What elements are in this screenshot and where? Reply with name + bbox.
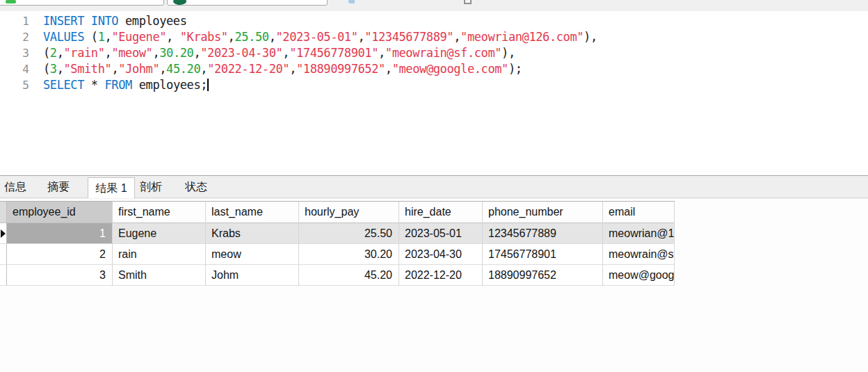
line-number: 2: [0, 29, 29, 45]
token-id: ,: [200, 62, 207, 76]
cell-email[interactable]: meowrain@sf.com: [603, 244, 675, 265]
token-num: 2: [50, 46, 57, 60]
green-db-icon: [6, 0, 16, 3]
column-header-email[interactable]: email: [603, 202, 675, 223]
table-row: 3SmithJohm45.202022-12-2018890997652meow…: [0, 265, 675, 286]
table-row: 2rainmeow30.202023-04-3017456778901meowr…: [0, 244, 675, 265]
tab-result-1[interactable]: 结果 1: [88, 177, 135, 198]
cell-hire_date[interactable]: 2022-12-20: [399, 265, 483, 286]
token-str: "12345677889": [364, 30, 453, 44]
row-marker-header[interactable]: [0, 202, 7, 223]
column-header-phone_number[interactable]: phone_number: [483, 202, 603, 223]
code-line[interactable]: 2VALUES (1,"Eugene", "Krabs",25.50,"2023…: [0, 29, 868, 45]
token-num: 45.20: [166, 62, 200, 76]
token-id: (: [43, 62, 50, 76]
cell-phone_number[interactable]: 12345677889: [483, 223, 603, 244]
cell-hourly_pay[interactable]: 25.50: [299, 223, 399, 244]
sql-code-editor[interactable]: 1INSERT INTO employees2VALUES (1,"Eugene…: [0, 11, 868, 175]
token-num: 1: [98, 30, 105, 44]
tab-summary[interactable]: 摘要: [47, 176, 70, 198]
token-id: ,: [111, 62, 118, 76]
cell-employee_id[interactable]: 3: [7, 265, 113, 286]
token-id: ,: [453, 30, 460, 44]
token-id: ),: [501, 46, 515, 60]
results-pane: employee_idfirst_namelast_namehourly_pay…: [0, 199, 868, 372]
token-str: "rain": [64, 46, 105, 60]
token-str: "2022-12-20": [207, 62, 289, 76]
code-text: INSERT INTO employees: [43, 14, 187, 28]
tab-profile[interactable]: 剖析: [140, 176, 162, 198]
token-id: employees;: [132, 78, 207, 92]
token-str: "meowrian@126.com": [460, 30, 584, 44]
token-id: (: [43, 46, 50, 60]
code-line[interactable]: 1INSERT INTO employees: [0, 13, 868, 29]
database-combobox[interactable]: [167, 0, 328, 6]
cell-email[interactable]: meow@google.com: [603, 265, 675, 286]
column-header-hire_date[interactable]: hire_date: [399, 202, 483, 223]
token-str: "meowrain@sf.com": [385, 46, 501, 60]
cell-hire_date[interactable]: 2023-04-30: [399, 244, 483, 265]
token-id: *: [84, 78, 105, 92]
column-header-employee_id[interactable]: employee_id: [7, 202, 113, 223]
token-id: ),: [584, 30, 597, 44]
cell-phone_number[interactable]: 18890997652: [483, 265, 603, 286]
cell-last_name[interactable]: meow: [206, 244, 299, 265]
token-id: ,: [152, 46, 159, 60]
token-str: "Smith": [64, 62, 112, 76]
cell-last_name[interactable]: Krabs: [206, 223, 299, 244]
result-grid: employee_idfirst_namelast_namehourly_pay…: [0, 201, 675, 286]
token-num: 25.50: [234, 30, 268, 44]
code-line[interactable]: 4(3,"Smith","Johm",45.20,"2022-12-20","1…: [0, 61, 868, 77]
cell-hourly_pay[interactable]: 30.20: [299, 244, 399, 265]
tab-info[interactable]: 信息: [4, 176, 26, 198]
column-header-first_name[interactable]: first_name: [113, 202, 206, 223]
cell-email[interactable]: meowrian@126.com: [603, 223, 675, 244]
cell-first_name[interactable]: Eugene: [113, 223, 206, 244]
cell-hourly_pay[interactable]: 45.20: [299, 265, 399, 286]
text-caret: [207, 79, 209, 91]
cell-last_name[interactable]: Johm: [206, 265, 299, 286]
token-kw: INSERT INTO: [43, 14, 118, 28]
token-id: ,: [289, 62, 296, 76]
token-id: ,: [159, 62, 166, 76]
token-id: ,: [193, 46, 200, 60]
token-id: ,: [378, 46, 385, 60]
code-line[interactable]: 5SELECT * FROM employees;: [0, 77, 868, 93]
token-str: "Eugene": [111, 30, 166, 44]
token-kw: SELECT: [43, 78, 84, 92]
token-kw: VALUES: [43, 30, 84, 44]
token-str: "18890997652": [296, 62, 385, 76]
column-header-last_name[interactable]: last_name: [206, 202, 299, 223]
connection-combobox[interactable]: [0, 0, 164, 6]
token-id: (: [84, 30, 98, 44]
code-text: VALUES (1,"Eugene", "Krabs",25.50,"2023-…: [43, 30, 597, 44]
token-str: "2023-05-01": [275, 30, 357, 44]
cell-employee_id[interactable]: 2: [7, 244, 113, 265]
column-header-hourly_pay[interactable]: hourly_pay: [299, 202, 399, 223]
tab-status[interactable]: 状态: [185, 176, 207, 198]
token-id: ,: [57, 46, 64, 60]
code-text: SELECT * FROM employees;: [43, 78, 209, 92]
sql-editor-window: 1INSERT INTO employees2VALUES (1,"Eugene…: [0, 0, 868, 372]
current-row-marker[interactable]: [0, 223, 7, 244]
table-row: 1EugeneKrabs25.502023-05-0112345677889me…: [0, 223, 675, 244]
blue-mark-icon: [348, 0, 355, 3]
grid-header-row: employee_idfirst_namelast_namehourly_pay…: [0, 202, 675, 223]
cell-first_name[interactable]: Smith: [113, 265, 206, 286]
row-marker[interactable]: [0, 244, 7, 265]
row-marker[interactable]: [0, 265, 7, 286]
code-line[interactable]: 3(2,"rain","meow",30.20,"2023-04-30","17…: [0, 45, 868, 61]
token-str: "meow@google.com": [392, 62, 508, 76]
cell-employee_id[interactable]: 1: [7, 223, 113, 244]
cell-hire_date[interactable]: 2023-05-01: [399, 223, 483, 244]
code-text: (3,"Smith","Johm",45.20,"2022-12-20","18…: [43, 62, 522, 76]
toolbar-strip: [0, 0, 868, 11]
cell-first_name[interactable]: rain: [113, 244, 206, 265]
token-str: "Johm": [118, 62, 159, 76]
token-id: ,: [228, 30, 235, 44]
token-str: "meow": [111, 46, 152, 60]
cell-phone_number[interactable]: 17456778901: [483, 244, 603, 265]
code-text: (2,"rain","meow",30.20,"2023-04-30","174…: [43, 46, 515, 60]
current-row-arrow-icon: [1, 229, 6, 238]
square-outline-icon[interactable]: [464, 0, 472, 4]
